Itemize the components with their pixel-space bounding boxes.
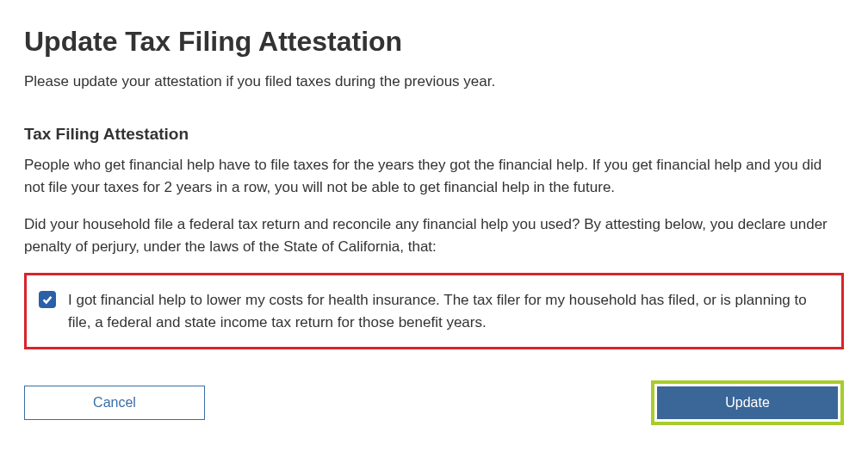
intro-text: Please update your attestation if you fi… — [24, 73, 844, 90]
update-button[interactable]: Update — [657, 386, 838, 419]
attestation-label: I got financial help to lower my costs f… — [68, 289, 829, 333]
section-paragraph-2: Did your household file a federal tax re… — [24, 213, 844, 257]
section-paragraph-1: People who get financial help have to fi… — [24, 154, 844, 198]
section-title: Tax Filing Attestation — [24, 125, 844, 144]
button-row: Cancel Update — [24, 380, 844, 425]
attestation-row: I got financial help to lower my costs f… — [39, 289, 829, 333]
attestation-checkbox[interactable] — [39, 291, 56, 308]
attestation-highlight-box: I got financial help to lower my costs f… — [24, 273, 844, 349]
update-highlight-box: Update — [651, 380, 844, 425]
cancel-button[interactable]: Cancel — [24, 386, 205, 420]
check-icon — [41, 293, 53, 306]
page-title: Update Tax Filing Attestation — [24, 26, 844, 58]
